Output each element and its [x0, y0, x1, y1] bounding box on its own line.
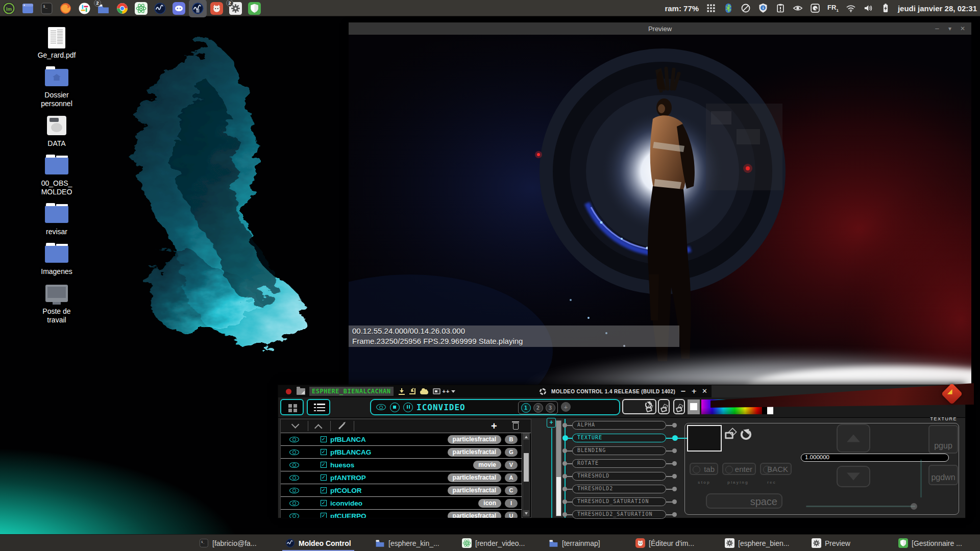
desktop-icon-revisar[interactable]: revisar — [27, 203, 87, 236]
shield-info-icon[interactable]: i — [758, 3, 768, 13]
desktop-icon-poste-de[interactable]: Poste de travail — [27, 283, 87, 324]
taskbar-item-terrainmap[interactable]: [terrainmap] — [545, 535, 604, 551]
screen-icon[interactable] — [433, 388, 440, 394]
firefox-launcher-icon[interactable] — [59, 2, 72, 15]
parameter-pill[interactable]: THRESHOLD2 — [572, 485, 666, 493]
terminal-launcher-icon[interactable]: $_ — [40, 2, 53, 15]
desktop-icon-ge-rard-pdf[interactable]: Ge_rard.pdf — [27, 27, 87, 60]
eye-icon[interactable] — [289, 488, 299, 493]
refresh-icon[interactable] — [741, 429, 751, 440]
texture-preview-box[interactable] — [687, 425, 722, 452]
stop-button[interactable] — [390, 403, 400, 412]
add-parameter-button[interactable]: + — [547, 418, 556, 428]
move-down-icon[interactable] — [291, 420, 299, 429]
preview-restore-button[interactable]: ▾ — [948, 25, 951, 32]
effect-checkbox[interactable]: ✓ — [321, 487, 327, 493]
eye-icon[interactable] — [289, 462, 299, 468]
wifi-icon[interactable] — [846, 3, 856, 13]
desktop-icon-00-obs-[interactable]: 00_OBS_ MOLDEO — [27, 155, 87, 196]
preview-window[interactable]: Preview − ▾ ✕ — [349, 22, 971, 389]
preview-titlebar[interactable]: Preview − ▾ ✕ — [349, 22, 971, 35]
parameter-pill[interactable]: THRESHOLD2_SATURATION — [572, 510, 666, 519]
taskbar-item-diteur-d-im[interactable]: [Éditeur d'im... — [631, 535, 698, 551]
parameter-threshold2_saturation[interactable]: THRESHOLD2_SATURATION — [562, 510, 684, 519]
parameter-pill[interactable]: ROTATE — [572, 459, 666, 468]
pause-button[interactable] — [403, 403, 413, 412]
fill-tool-box-2[interactable] — [658, 399, 670, 414]
ghost-slider[interactable] — [806, 506, 915, 507]
eye-icon[interactable] — [289, 437, 299, 442]
eye-icon[interactable] — [289, 475, 299, 481]
paint-bucket-icon[interactable] — [725, 432, 733, 439]
moldeo-titlebar[interactable]: ESPHERE_BIENALCACHAN ++ MOLDEO CONTROL 1… — [278, 385, 712, 397]
add-effect-button[interactable]: + — [491, 419, 497, 433]
taskbar-item-preview[interactable]: Preview — [807, 535, 854, 551]
effect-checkbox[interactable]: ✓ — [321, 462, 327, 468]
move-up-icon[interactable] — [314, 424, 323, 432]
settings-launcher-icon[interactable]: 2 — [229, 2, 242, 15]
parameter-rotate[interactable]: ROTATE — [562, 459, 684, 468]
moldeo-launcher-icon[interactable] — [154, 2, 166, 15]
effect-row-pfBLANCA[interactable]: ✓pfBLANCAparticlesfractalB — [281, 433, 522, 446]
parameter-threshold[interactable]: THRESHOLD — [562, 472, 684, 481]
effect-row-pfBLANCAG[interactable]: ✓pfBLANCAGparticlesfractalG — [281, 446, 522, 459]
scroll-up-icon[interactable] — [523, 434, 529, 440]
parameters-scrollbar[interactable] — [556, 420, 561, 516]
grid-view-button[interactable] — [280, 399, 304, 415]
project-name[interactable]: ESPHERE_BIENALCACHAN — [309, 387, 394, 396]
effect-row-pfCOLOR[interactable]: ✓pfCOLORparticlesfractalC — [281, 484, 522, 497]
paint-bucket-icon[interactable] — [646, 407, 652, 413]
eye-icon[interactable] — [289, 449, 299, 455]
taskbar-item-moldeo-control[interactable]: Moldeo Control — [281, 535, 355, 551]
effect-row-pfANTROP[interactable]: ✓pfANTROPparticlesfractalA — [281, 471, 522, 484]
file-manager-launcher-icon[interactable] — [21, 2, 34, 15]
scrollbar-thumb[interactable] — [556, 421, 561, 477]
effect-checkbox[interactable]: ✓ — [321, 500, 327, 506]
effect-checkbox[interactable]: ✓ — [321, 436, 327, 442]
folder-launcher-icon[interactable]: 2 — [97, 2, 110, 15]
eye-icon[interactable] — [289, 513, 299, 518]
parameter-alpha[interactable]: ALPHA — [562, 421, 684, 430]
preset-tab-3[interactable]: 3 — [546, 403, 555, 413]
parameter-pill[interactable]: THRESHOLD — [572, 472, 666, 481]
parameter-threshold_saturation[interactable]: THRESHOLD_SATURATION — [562, 497, 684, 506]
volume-icon[interactable] — [863, 3, 873, 13]
parameter-texture[interactable]: TEXTURE — [562, 434, 684, 442]
preview-close-button[interactable]: ✕ — [960, 25, 965, 32]
paint-bucket-icon[interactable] — [660, 407, 667, 413]
preset-tab-2[interactable]: 2 — [533, 403, 543, 413]
fill-tool-box-3[interactable] — [673, 399, 685, 414]
effects-scrollbar[interactable] — [523, 433, 530, 517]
parameter-pill[interactable]: TEXTURE — [572, 434, 666, 442]
visibility-eye-icon[interactable] — [376, 404, 386, 410]
moldeo-minimize-button[interactable]: − — [680, 385, 686, 397]
parameter-pill[interactable]: ALPHA — [572, 421, 666, 430]
record-dot-icon[interactable] — [286, 389, 291, 394]
preset-tab-1[interactable]: 1 — [521, 403, 531, 413]
edit-pencil-icon[interactable] — [338, 423, 345, 429]
effect-row-huesos[interactable]: ✓huesosmovieV — [281, 459, 522, 471]
atom-green-launcher-icon[interactable] — [135, 2, 148, 15]
bluetooth-icon[interactable] — [723, 3, 733, 13]
battery-icon[interactable] — [880, 3, 891, 13]
discord-launcher-icon[interactable] — [173, 2, 185, 15]
scrollbar-thumb[interactable] — [524, 453, 529, 482]
scroll-down-icon[interactable] — [523, 510, 529, 516]
preset-add-button[interactable]: + — [561, 402, 571, 412]
desktop-icon-data[interactable]: DATA — [27, 115, 87, 148]
list-view-button[interactable] — [307, 399, 330, 415]
effect-checkbox[interactable]: ✓ — [321, 474, 327, 481]
taskbar-item-esphere-kin[interactable]: [esphere_kin_... — [371, 535, 444, 551]
grid-apps-icon[interactable] — [706, 3, 716, 13]
paint-bucket-icon[interactable] — [676, 407, 682, 413]
moldeo-close-button[interactable]: ✕ — [702, 385, 707, 397]
fill-tool-box[interactable] — [622, 399, 656, 414]
desktop-icon-dossier[interactable]: Dossier personnel — [27, 66, 87, 108]
taskbar-item-gestionnaire[interactable]: [Gestionnaire ... — [894, 535, 966, 551]
project-folder-icon[interactable] — [297, 388, 305, 395]
clipboard-icon[interactable] — [775, 3, 786, 13]
blocked-icon[interactable] — [741, 3, 751, 13]
parameter-pill[interactable]: BLENDING — [572, 446, 666, 455]
disks-icon[interactable] — [810, 3, 820, 13]
mint-menu-launcher-icon[interactable]: lm — [3, 2, 15, 15]
